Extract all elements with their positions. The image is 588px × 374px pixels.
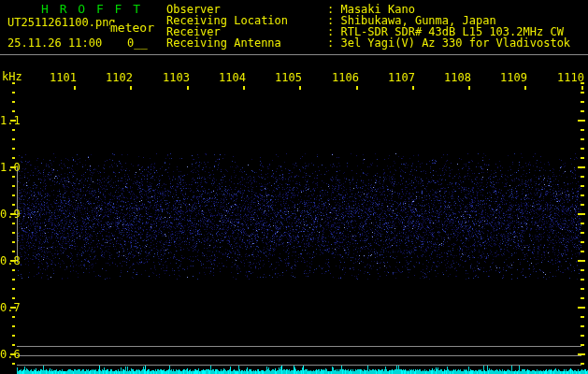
y-minor-tick-left: [12, 157, 15, 159]
y-minor-tick-right: [581, 269, 584, 271]
y-minor-tick-left: [12, 269, 15, 271]
y-minor-tick-right: [581, 241, 584, 243]
y-minor-tick-left: [12, 82, 15, 84]
y-minor-tick-left: [12, 148, 15, 150]
y-minor-tick-right: [581, 176, 584, 178]
y-minor-tick-left: [12, 232, 15, 234]
x-tick-label: 1102: [105, 72, 133, 83]
y-minor-tick-right: [581, 185, 584, 187]
y-minor-tick-right: [581, 110, 584, 112]
x-tick-label: 1106: [331, 72, 359, 83]
y-minor-tick-left: [12, 110, 15, 112]
y-minor-tick-left: [12, 241, 15, 243]
x-tick-mark: [299, 86, 301, 90]
level-reference-line-1: [17, 346, 581, 347]
x-tick-label: 1104: [218, 72, 246, 83]
x-tick-mark: [130, 86, 132, 90]
y-major-tick-left: [10, 166, 16, 168]
y-minor-tick-left: [12, 185, 15, 187]
y-minor-tick-right: [581, 204, 584, 206]
y-minor-tick-right: [581, 138, 584, 140]
y-axis-unit-label: kHz: [2, 71, 22, 82]
spectrogram-noise-canvas: [0, 0, 588, 374]
y-minor-tick-right: [581, 251, 584, 252]
x-tick-mark: [243, 86, 245, 90]
x-tick-label: 1109: [499, 72, 527, 83]
y-minor-tick-left: [12, 101, 15, 103]
y-minor-tick-right: [581, 288, 584, 290]
y-minor-tick-right: [581, 297, 584, 299]
y-minor-tick-left: [12, 251, 15, 252]
info-value: : 3el Yagi(V) Az 330 for Vladivostok: [327, 36, 570, 50]
y-minor-tick-right: [581, 101, 584, 103]
hrofft-window: H R O F F T UT2511261100.png meteor 25.1…: [0, 0, 588, 374]
y-major-tick-left: [10, 213, 16, 215]
y-minor-tick-right: [581, 325, 584, 327]
y-minor-tick-left: [12, 344, 15, 346]
y-minor-tick-right: [581, 344, 584, 346]
level-reference-line-2: [17, 355, 581, 356]
y-minor-tick-right: [581, 335, 584, 337]
info-label: Receiving Antenna: [166, 37, 327, 49]
observation-datetime: 25.11.26 11:00: [7, 37, 102, 49]
y-minor-tick-left: [12, 92, 15, 94]
y-minor-tick-left: [12, 288, 15, 290]
y-minor-tick-right: [581, 148, 584, 150]
x-tick-mark: [524, 86, 526, 90]
output-filename: UT2511261100.png: [7, 17, 116, 28]
y-minor-tick-left: [12, 176, 15, 178]
y-minor-tick-left: [12, 325, 15, 327]
y-minor-tick-right: [581, 316, 584, 318]
y-major-tick-left: [10, 120, 16, 122]
station-label: meteor: [110, 22, 154, 34]
header-divider-line: [0, 54, 588, 55]
y-minor-tick-right: [581, 279, 584, 280]
x-tick-mark: [356, 86, 358, 90]
y-minor-tick-right: [581, 92, 584, 94]
x-tick-label: 1103: [162, 72, 190, 83]
y-minor-tick-right: [581, 223, 584, 224]
y-minor-tick-right: [581, 194, 584, 196]
x-tick-label: 1107: [387, 72, 415, 83]
x-tick-label: 1101: [49, 72, 77, 83]
y-major-tick-right: [578, 166, 585, 168]
echo-count: 0__: [127, 37, 148, 49]
y-major-tick-right: [578, 307, 585, 309]
y-major-tick-left: [10, 353, 16, 355]
y-minor-tick-left: [12, 138, 15, 140]
x-tick-mark: [74, 86, 76, 90]
x-tick-label: 1108: [443, 72, 471, 83]
y-minor-tick-right: [581, 363, 584, 365]
x-tick-mark: [468, 86, 470, 90]
x-tick-mark: [581, 86, 583, 90]
y-minor-tick-right: [581, 82, 584, 84]
y-minor-tick-left: [12, 223, 15, 224]
y-major-tick-right: [578, 120, 585, 122]
y-minor-tick-right: [581, 232, 584, 234]
x-tick-mark: [187, 86, 189, 90]
y-major-tick-right: [578, 213, 585, 215]
y-minor-tick-left: [12, 204, 15, 206]
y-minor-tick-right: [581, 157, 584, 159]
y-minor-tick-left: [12, 194, 15, 196]
y-minor-tick-left: [12, 129, 15, 131]
receiver-info-block: Observer: Masaki KanoReceiving Location:…: [166, 4, 587, 49]
y-minor-tick-left: [12, 316, 15, 318]
x-tick-mark: [412, 86, 414, 90]
level-reference-line-3: [17, 365, 581, 366]
y-major-tick-left: [10, 260, 16, 262]
y-minor-tick-right: [581, 129, 584, 131]
receiver-info-row: Receiving Antenna: 3el Yagi(V) Az 330 fo…: [166, 37, 587, 49]
y-major-tick-right: [578, 260, 585, 262]
y-major-tick-left: [10, 307, 16, 309]
y-minor-tick-left: [12, 335, 15, 337]
y-minor-tick-left: [12, 363, 15, 365]
x-tick-label: 1105: [274, 72, 302, 83]
y-major-tick-right: [578, 353, 585, 355]
y-minor-tick-left: [12, 297, 15, 299]
app-title: H R O F F T: [41, 3, 142, 15]
y-minor-tick-left: [12, 279, 15, 280]
